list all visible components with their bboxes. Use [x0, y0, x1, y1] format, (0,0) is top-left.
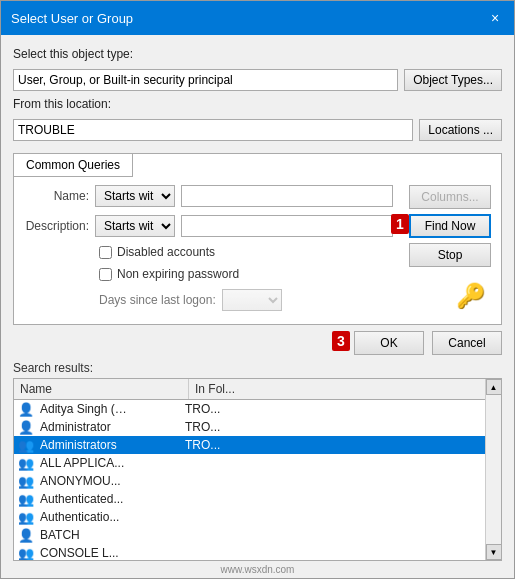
bottom-section: 3 OK Cancel Search results: Name In Fol.… — [1, 325, 514, 578]
table-row[interactable]: 👤 Administrator TRO... — [14, 418, 485, 436]
name-query-row: Name: Starts with Is exactly — [24, 185, 393, 207]
table-row[interactable]: 👥 Authenticatio... — [14, 508, 485, 526]
common-queries-tab[interactable]: Common Queries — [14, 154, 133, 177]
row-cell-name: Authenticated... — [36, 492, 181, 506]
name-condition-select[interactable]: Starts with Is exactly — [95, 185, 175, 207]
watermark: www.wsxdn.com — [13, 561, 502, 578]
results-body: 👤 Aditya Singh (… TRO... 👤 Administrator… — [14, 400, 485, 560]
name-label: Name: — [24, 189, 89, 203]
object-types-button[interactable]: Object Types... — [404, 69, 502, 91]
description-query-input[interactable] — [181, 215, 393, 237]
row-cell-name: Administrator — [36, 420, 181, 434]
select-user-group-dialog: Select User or Group × Select this objec… — [0, 0, 515, 579]
logon-row: Days since last logon: — [99, 289, 393, 311]
object-type-input[interactable] — [13, 69, 398, 91]
row-icon: 👤 — [16, 527, 36, 543]
stop-button[interactable]: Stop — [409, 243, 491, 267]
badge-1: 1 — [391, 214, 409, 234]
scroll-down-button[interactable]: ▼ — [486, 544, 502, 560]
results-header: Name In Fol... — [14, 379, 485, 400]
find-now-wrapper: 1 Find Now — [409, 214, 491, 238]
name-query-input[interactable] — [181, 185, 393, 207]
scrollbar[interactable]: ▲ ▼ — [485, 379, 501, 560]
common-queries-panel: Common Queries Name: Starts with Is exac… — [13, 153, 502, 325]
non-expiring-row: Non expiring password — [99, 267, 393, 281]
table-row[interactable]: 👥 Administrators TRO... 2 — [14, 436, 485, 454]
row-cell-infol: TRO... — [181, 438, 485, 452]
row-icon: 👥 — [16, 455, 36, 471]
row-cell-name: Administrators — [36, 438, 181, 452]
row-icon: 👥 — [16, 545, 36, 560]
object-type-row: Object Types... — [13, 69, 502, 91]
table-row[interactable]: 👥 Authenticated... — [14, 490, 485, 508]
ok-wrapper: 3 OK — [354, 331, 424, 355]
table-row[interactable]: 👥 CONSOLE L... — [14, 544, 485, 560]
table-row[interactable]: 👤 Aditya Singh (… TRO... — [14, 400, 485, 418]
queries-left: Name: Starts with Is exactly Description… — [24, 185, 393, 316]
row-cell-infol: TRO... — [181, 402, 485, 416]
locations-button[interactable]: Locations ... — [419, 119, 502, 141]
table-row[interactable]: 👥 ALL APPLICA... — [14, 454, 485, 472]
logon-label: Days since last logon: — [99, 293, 216, 307]
row-icon: 👥 — [16, 509, 36, 525]
dialog-title: Select User or Group — [11, 11, 133, 26]
row-cell-name: ALL APPLICA... — [36, 456, 181, 470]
badge-3: 3 — [332, 331, 350, 351]
results-table-inner: Name In Fol... 👤 Aditya Singh (… TRO... … — [14, 379, 501, 560]
non-expiring-checkbox[interactable] — [99, 268, 112, 281]
row-icon: 👥 — [16, 491, 36, 507]
table-row[interactable]: 👤 BATCH — [14, 526, 485, 544]
title-bar: Select User or Group × — [1, 1, 514, 35]
find-now-button[interactable]: Find Now — [409, 214, 491, 238]
dialog-body: Select this object type: Object Types...… — [1, 35, 514, 325]
table-content: Name In Fol... 👤 Aditya Singh (… TRO... … — [14, 379, 485, 560]
row-icon: 👤 — [16, 401, 36, 417]
location-row: Locations ... — [13, 119, 502, 141]
description-label: Description: — [24, 219, 89, 233]
row-cell-name: BATCH — [36, 528, 181, 542]
object-type-label: Select this object type: — [13, 47, 502, 61]
row-icon: 👤 — [16, 419, 36, 435]
col-infol-header[interactable]: In Fol... — [189, 379, 485, 399]
key-icon: 🔑 — [451, 276, 491, 316]
location-label: From this location: — [13, 97, 502, 111]
description-condition-select[interactable]: Starts with Is exactly — [95, 215, 175, 237]
row-cell-name: Aditya Singh (… — [36, 402, 181, 416]
col-name-header[interactable]: Name — [14, 379, 189, 399]
row-cell-infol: TRO... — [181, 420, 485, 434]
search-results-label: Search results: — [13, 361, 502, 375]
row-cell-name: Authenticatio... — [36, 510, 181, 524]
queries-right: Columns... 1 Find Now Stop 🔑 — [401, 185, 491, 316]
location-input[interactable] — [13, 119, 413, 141]
ok-cancel-row: 3 OK Cancel — [13, 325, 502, 361]
cancel-button[interactable]: Cancel — [432, 331, 502, 355]
disabled-accounts-checkbox[interactable] — [99, 246, 112, 259]
table-row[interactable]: 👥 ANONYMOU... — [14, 472, 485, 490]
row-cell-name: CONSOLE L... — [36, 546, 181, 560]
row-cell-name: ANONYMOU... — [36, 474, 181, 488]
close-button[interactable]: × — [486, 9, 504, 27]
disabled-accounts-label: Disabled accounts — [117, 245, 215, 259]
description-query-row: Description: Starts with Is exactly — [24, 215, 393, 237]
queries-content: Name: Starts with Is exactly Description… — [14, 177, 501, 324]
row-icon: 👥 — [16, 473, 36, 489]
row-icon: 👥 — [16, 437, 36, 453]
scroll-up-button[interactable]: ▲ — [486, 379, 502, 395]
ok-button[interactable]: OK — [354, 331, 424, 355]
logon-select[interactable] — [222, 289, 282, 311]
results-table: Name In Fol... 👤 Aditya Singh (… TRO... … — [13, 378, 502, 561]
disabled-accounts-row: Disabled accounts — [99, 245, 393, 259]
non-expiring-label: Non expiring password — [117, 267, 239, 281]
columns-button[interactable]: Columns... — [409, 185, 491, 209]
